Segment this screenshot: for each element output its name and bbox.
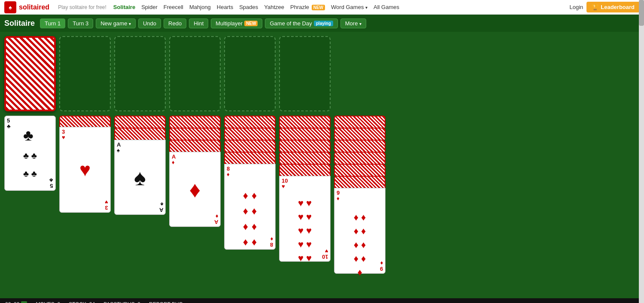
- passthrus-area: PASSTHRUS: 0: [103, 301, 140, 303]
- foundation-4: [279, 36, 331, 111]
- passthrus-display: PASSTHRUS: 0: [103, 301, 140, 303]
- more-dropdown-icon: ▾: [359, 21, 361, 26]
- tableau-col-3[interactable]: A♠ ♠ A♠: [114, 116, 166, 215]
- playing-badge: playing: [314, 21, 333, 26]
- card-5c[interactable]: 5♣ ♣♣ ♣♣ ♣ 5♣: [4, 116, 56, 191]
- report-area[interactable]: REPORT BUG: [149, 301, 183, 303]
- top-navigation: ♠ solitaired Play solitaire for free! So…: [0, 0, 644, 15]
- tagline: Play solitaire for free!: [58, 4, 106, 10]
- logo-icon: ♠: [4, 1, 16, 13]
- foundation-2: [169, 36, 221, 111]
- nav-hearts[interactable]: Hearts: [217, 4, 233, 10]
- svg-text:♠: ♠: [9, 4, 12, 11]
- nav-all-games[interactable]: All Games: [374, 4, 399, 10]
- tableau-col-1[interactable]: 5♣ ♣♣ ♣♣ ♣ 5♣: [4, 116, 56, 191]
- card-as[interactable]: A♠ ♠ A♠: [114, 140, 166, 215]
- card-back-3-1: [114, 116, 166, 128]
- card-ad[interactable]: A♦ ♦ A♦: [169, 152, 221, 227]
- card-10h[interactable]: 10♥ ♥♥ ♥♥ ♥♥ ♥♥ ♥♥ 10♥: [279, 176, 331, 262]
- tableau-col-4[interactable]: A♦ ♦ A♦: [169, 116, 221, 227]
- card-back-6-4: [279, 152, 331, 164]
- moves-display: MOVES: 0: [36, 301, 60, 303]
- turn3-button[interactable]: Turn 3: [68, 18, 93, 28]
- nav-mahjong[interactable]: Mahjong: [189, 4, 211, 10]
- hint-button[interactable]: Hint: [189, 18, 208, 28]
- stock-pile[interactable]: [4, 36, 56, 111]
- turn1-button[interactable]: Turn 1: [40, 18, 65, 28]
- nav-phrazle[interactable]: Phrazle NEW: [290, 4, 325, 10]
- nav-freecell[interactable]: Freecell: [164, 4, 183, 10]
- undo-button[interactable]: Undo: [138, 18, 161, 28]
- card-back-5-4: [224, 152, 276, 164]
- trophy-icon: 🏆: [592, 4, 598, 10]
- nav-spider[interactable]: Spider: [141, 4, 158, 10]
- game-title: Solitaire: [4, 19, 35, 28]
- card-back-4-1: [169, 116, 221, 128]
- word-games-dropdown-icon: ▾: [365, 5, 368, 10]
- nav-right: Login 🏆 Leaderboard: [569, 2, 640, 12]
- card-back-7-5: [334, 164, 386, 176]
- logo-text: solitaired: [19, 3, 49, 11]
- new-game-dropdown-icon: ▾: [129, 21, 131, 26]
- card-back-3-2: [114, 128, 166, 140]
- nav-solitaire[interactable]: Solitaire: [113, 4, 135, 10]
- card-back-7-1: [334, 116, 386, 128]
- play-pause-button[interactable]: ▶: [21, 301, 27, 303]
- new-game-button[interactable]: New game ▾: [96, 18, 136, 28]
- moves-area: MOVES: 0: [36, 301, 60, 303]
- more-button[interactable]: More ▾: [340, 18, 366, 28]
- redo-button[interactable]: Redo: [164, 18, 186, 28]
- foundation-1: [114, 36, 166, 111]
- time-display: 00: 00: [5, 301, 19, 303]
- timer-area: 00: 00 ▶: [5, 301, 27, 303]
- scrollbar[interactable]: [639, 0, 644, 303]
- nav-links: Solitaire Spider Freecell Mahjong Hearts…: [113, 4, 570, 10]
- game-area: 5♣ ♣♣ ♣♣ ♣ 5♣ 3♥ ♥ 3♥ A♠ ♠ A♠: [0, 32, 644, 298]
- card-back-7-4: [334, 152, 386, 164]
- card-back-6-5: [279, 164, 331, 176]
- waste-pile: [59, 36, 111, 111]
- card-back-7-2: [334, 128, 386, 140]
- tableau-col-5[interactable]: 8♦ ♦♦ ♦♦ ♦♦ ♦♦ 8♦: [224, 116, 276, 250]
- login-button[interactable]: Login: [569, 4, 583, 10]
- nav-spades[interactable]: Spades: [239, 4, 258, 10]
- stock-area: STOCK: 24: [69, 301, 95, 303]
- card-back-6-3: [279, 140, 331, 152]
- logo-area[interactable]: ♠ solitaired: [4, 1, 53, 13]
- leaderboard-button[interactable]: 🏆 Leaderboard: [586, 2, 640, 12]
- card-back-5-3: [224, 140, 276, 152]
- tableau: 5♣ ♣♣ ♣♣ ♣ 5♣ 3♥ ♥ 3♥ A♠ ♠ A♠: [4, 116, 640, 274]
- card-back-7-6: [334, 176, 386, 188]
- report-bug-link[interactable]: REPORT BUG: [149, 301, 183, 303]
- tableau-col-2[interactable]: 3♥ ♥ 3♥: [59, 116, 111, 213]
- gotd-button[interactable]: Game of the Day playing: [265, 18, 337, 28]
- multiplayer-new-badge: NEW: [244, 21, 258, 26]
- tableau-col-6[interactable]: 10♥ ♥♥ ♥♥ ♥♥ ♥♥ ♥♥ 10♥: [279, 116, 331, 262]
- card-9d[interactable]: 9♦ ♦♦ ♦♦ ♦♦ ♦♦ ♦ 9♦: [334, 188, 386, 274]
- card-back-5-1: [224, 116, 276, 128]
- scrollbar-thumb[interactable]: [639, 0, 644, 26]
- multiplayer-button[interactable]: Multiplayer NEW: [211, 18, 262, 28]
- card-8d[interactable]: 8♦ ♦♦ ♦♦ ♦♦ ♦♦ 8♦: [224, 164, 276, 250]
- card-back-5-2: [224, 128, 276, 140]
- nav-yahtzee[interactable]: Yahtzee: [264, 4, 284, 10]
- stock-display: STOCK: 24: [69, 301, 95, 303]
- status-bar: 00: 00 ▶ MOVES: 0 STOCK: 24 PASSTHRUS: 0…: [0, 298, 644, 303]
- card-back-7-3: [334, 140, 386, 152]
- card-back-4-3: [169, 140, 221, 152]
- nav-word-games[interactable]: Word Games ▾: [331, 4, 368, 10]
- card-back-4-2: [169, 128, 221, 140]
- phrazle-new-badge: NEW: [312, 5, 325, 10]
- game-toolbar: Solitaire Turn 1 Turn 3 New game ▾ Undo …: [0, 15, 644, 32]
- top-row: [4, 36, 640, 111]
- card-3h[interactable]: 3♥ ♥ 3♥: [59, 127, 111, 213]
- card-back-2-1: [59, 116, 111, 128]
- card-back-6-1: [279, 116, 331, 128]
- card-back-6-2: [279, 128, 331, 140]
- foundation-3: [224, 36, 276, 111]
- tableau-col-7[interactable]: 9♦ ♦♦ ♦♦ ♦♦ ♦♦ ♦ 9♦: [334, 116, 386, 274]
